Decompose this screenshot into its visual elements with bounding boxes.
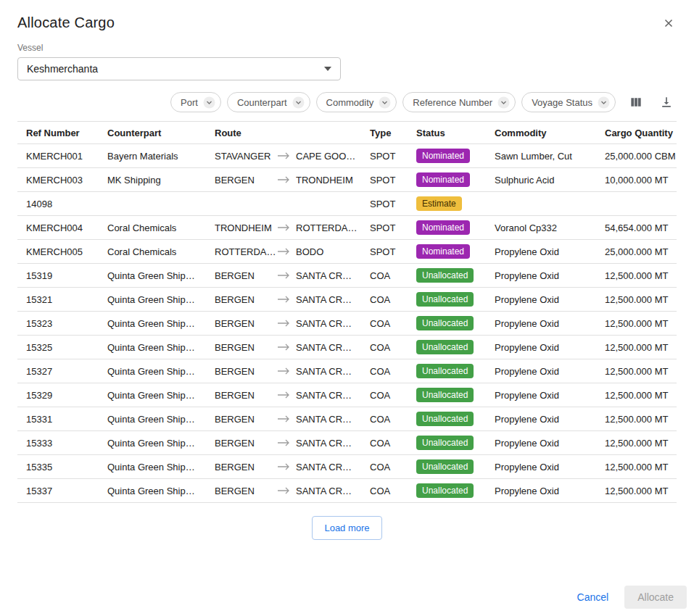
- cell-commodity: Propylene Oxid: [486, 336, 596, 359]
- table-row[interactable]: 15331 Quinta Green Ship… BERGEN SANTA CR…: [17, 407, 677, 431]
- allocate-button[interactable]: Allocate: [624, 586, 687, 609]
- cell-cargo-quantity: 12,500.000 MT: [596, 359, 677, 383]
- cell-commodity: Propylene Oxid: [486, 240, 596, 264]
- cell-route: BERGEN SANTA CR…: [206, 264, 361, 288]
- table-row[interactable]: KMERCH004 Coral Chemicals TRONDHEIM ROTT…: [17, 216, 677, 240]
- cell-commodity: [486, 192, 596, 216]
- cell-status: Estimate: [408, 192, 486, 216]
- cell-status: Unallocated: [408, 264, 486, 288]
- close-button[interactable]: [661, 15, 677, 31]
- filter-chip-commodity[interactable]: Commodity: [316, 92, 397, 112]
- cell-ref-number: KMERCH003: [17, 168, 99, 192]
- table-row[interactable]: KMERCH001 Bayern Materials STAVANGER CAP…: [17, 144, 677, 168]
- status-badge: Unallocated: [416, 483, 474, 498]
- cell-commodity: Propylene Oxid: [486, 383, 596, 407]
- download-icon: [659, 95, 674, 109]
- cell-type: COA: [361, 431, 408, 455]
- cell-cargo-quantity: 12,500.000 MT: [596, 312, 677, 336]
- cell-route: ROTTERDA… BODO: [206, 240, 361, 264]
- cell-counterpart: Quinta Green Ship…: [99, 312, 206, 336]
- cell-route: BERGEN SANTA CR…: [206, 359, 361, 383]
- table-row[interactable]: 15329 Quinta Green Ship… BERGEN SANTA CR…: [17, 383, 677, 407]
- table-header-row: Ref Number Counterpart Route Type Status…: [17, 122, 677, 144]
- table-row[interactable]: 15333 Quinta Green Ship… BERGEN SANTA CR…: [17, 431, 677, 455]
- route-to-port: SANTA CR…: [296, 366, 358, 377]
- table-row[interactable]: 15335 Quinta Green Ship… BERGEN SANTA CR…: [17, 455, 677, 479]
- page-title: Allocate Cargo: [17, 14, 115, 31]
- table-row[interactable]: KMERCH003 MK Shipping BERGEN TRONDHEIM S…: [17, 168, 677, 192]
- filter-chip-counterpart[interactable]: Counterpart: [227, 92, 310, 112]
- filter-chip-voyage-status[interactable]: Voyage Status: [521, 92, 616, 112]
- load-more-button[interactable]: Load more: [312, 516, 381, 540]
- route-arrow-icon: [277, 438, 290, 447]
- route-to-port: SANTA CR…: [296, 486, 358, 496]
- filter-chip-label: Counterpart: [237, 97, 287, 108]
- cell-commodity: Sawn Lumber, Cut: [486, 144, 596, 168]
- status-badge: Unallocated: [416, 412, 474, 426]
- status-badge: Nominated: [416, 244, 470, 259]
- table-row[interactable]: 15323 Quinta Green Ship… BERGEN SANTA CR…: [17, 312, 677, 336]
- vessel-select[interactable]: Keshmerchanta: [17, 57, 341, 80]
- cell-route: BERGEN SANTA CR…: [206, 288, 361, 312]
- columns-button[interactable]: [626, 92, 646, 112]
- cell-counterpart: Quinta Green Ship…: [99, 288, 206, 312]
- route-arrow-icon: [277, 343, 290, 351]
- route-arrow-icon: [277, 319, 290, 328]
- cell-cargo-quantity: 12,500.000 MT: [596, 479, 677, 503]
- route-arrow-icon: [277, 151, 290, 160]
- cell-commodity: Propylene Oxid: [486, 359, 596, 383]
- vessel-label: Vessel: [17, 43, 677, 53]
- route-from-port: BERGEN: [215, 390, 277, 401]
- filter-chip-label: Port: [181, 97, 198, 108]
- cell-cargo-quantity: 12,500.000 MT: [596, 264, 677, 288]
- cell-cargo-quantity: [596, 192, 677, 216]
- cell-ref-number: 15335: [17, 455, 99, 479]
- chevron-down-icon: [203, 96, 215, 109]
- cell-commodity: Propylene Oxid: [486, 431, 596, 455]
- table-row[interactable]: 15337 Quinta Green Ship… BERGEN SANTA CR…: [17, 479, 677, 503]
- vessel-selected-value: Keshmerchanta: [27, 63, 98, 75]
- route-from-port: BERGEN: [215, 438, 277, 449]
- route-arrow-icon: [277, 175, 290, 184]
- table-row[interactable]: 15327 Quinta Green Ship… BERGEN SANTA CR…: [17, 359, 677, 383]
- route-from-port: BERGEN: [215, 318, 277, 329]
- table-row[interactable]: 15321 Quinta Green Ship… BERGEN SANTA CR…: [17, 288, 677, 312]
- chevron-down-icon: [292, 96, 305, 109]
- cell-ref-number: 15325: [17, 336, 99, 359]
- cell-ref-number: 15331: [17, 407, 99, 431]
- table-row[interactable]: 15325 Quinta Green Ship… BERGEN SANTA CR…: [17, 336, 677, 359]
- cell-route: BERGEN SANTA CR…: [206, 336, 361, 359]
- close-icon: [662, 17, 675, 30]
- cell-status: Unallocated: [408, 455, 486, 479]
- cell-cargo-quantity: 12,500.000 MT: [596, 383, 677, 407]
- cell-counterpart: Quinta Green Ship…: [99, 359, 206, 383]
- cell-counterpart: Quinta Green Ship…: [99, 264, 206, 288]
- table-row[interactable]: KMERCH005 Coral Chemicals ROTTERDA… BODO…: [17, 240, 677, 264]
- cell-type: SPOT: [361, 144, 408, 168]
- route-to-port: SANTA CR…: [296, 462, 358, 473]
- cell-cargo-quantity: 12,500.000 MT: [596, 431, 677, 455]
- cell-cargo-quantity: 25,000.000 CBM: [596, 144, 677, 168]
- cell-cargo-quantity: 12,500.000 MT: [596, 455, 677, 479]
- download-button[interactable]: [656, 92, 677, 112]
- route-to-port: SANTA CR…: [296, 270, 358, 281]
- table-body: KMERCH001 Bayern Materials STAVANGER CAP…: [17, 144, 677, 503]
- chevron-down-icon: [598, 96, 610, 109]
- cell-ref-number: 15329: [17, 383, 99, 407]
- cell-route: BERGEN TRONDHEIM: [206, 168, 361, 192]
- cell-ref-number: 15327: [17, 359, 99, 383]
- filter-chip-reference-number[interactable]: Reference Number: [402, 92, 516, 112]
- cell-counterpart: [99, 192, 206, 216]
- cancel-button[interactable]: Cancel: [566, 586, 621, 609]
- cell-route: BERGEN SANTA CR…: [206, 312, 361, 336]
- cell-counterpart: Quinta Green Ship…: [99, 407, 206, 431]
- cell-ref-number: 15333: [17, 431, 99, 455]
- cell-commodity: Propylene Oxid: [486, 407, 596, 431]
- route-from-port: TRONDHEIM: [215, 222, 277, 233]
- filter-chip-port[interactable]: Port: [170, 92, 221, 112]
- cell-counterpart: Quinta Green Ship…: [99, 431, 206, 455]
- cell-type: SPOT: [361, 240, 408, 264]
- table-row[interactable]: 14098 SPOT Estimate: [17, 192, 677, 216]
- cell-type: SPOT: [361, 216, 408, 240]
- table-row[interactable]: 15319 Quinta Green Ship… BERGEN SANTA CR…: [17, 264, 677, 288]
